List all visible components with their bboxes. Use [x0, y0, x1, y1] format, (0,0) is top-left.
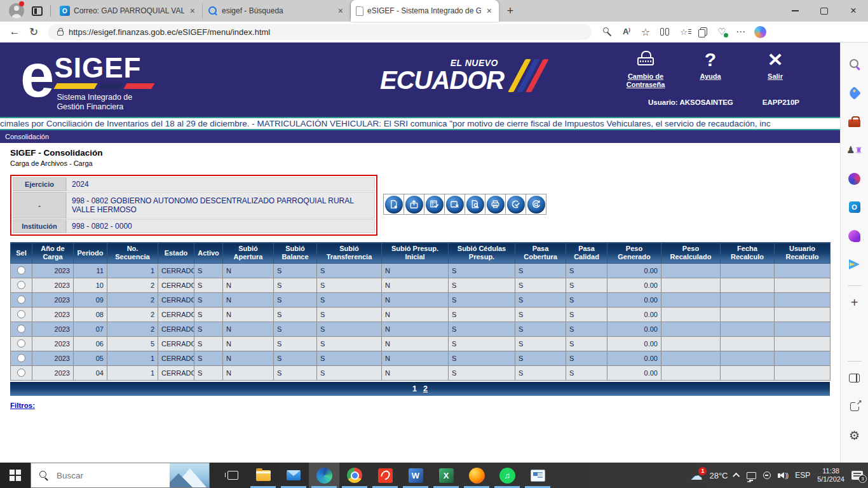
back-icon[interactable]: ←	[5, 23, 24, 41]
toolbar-print-button[interactable]	[485, 194, 506, 215]
data-cell: S	[194, 278, 223, 293]
minimize-button[interactable]	[780, 0, 810, 22]
search-input[interactable]	[55, 470, 144, 481]
pdf-reader-taskbar-button[interactable]	[370, 463, 400, 488]
browser-tab[interactable]: Correo: GAD PARROQUIAL VALLE×	[55, 3, 203, 18]
split-screen-icon[interactable]	[655, 23, 674, 41]
tab-close-icon[interactable]: ×	[336, 6, 345, 16]
data-cell: 05	[74, 351, 107, 366]
mail-taskbar-button[interactable]	[278, 463, 309, 488]
column-header: Estado	[158, 243, 194, 264]
refresh-icon[interactable]: ↻	[24, 23, 43, 41]
change-password-button[interactable]: Cambio de Contraseña	[621, 50, 670, 89]
data-cell: S	[274, 337, 317, 351]
data-cell: 0.00	[607, 293, 661, 308]
sidebar-outlook-icon[interactable]	[847, 200, 862, 215]
row-select-radio[interactable]	[17, 354, 25, 362]
clock[interactable]: 11:38 5/1/2024	[817, 467, 844, 484]
tray-expand-icon[interactable]	[733, 473, 740, 480]
toolbar-upload-file-button[interactable]	[403, 194, 424, 215]
favorites-star-icon[interactable]: ☆	[636, 23, 655, 41]
sidebar-shopping-icon[interactable]	[847, 85, 862, 100]
browser-tab[interactable]: esigef - Búsqueda×	[203, 3, 351, 18]
address-bar[interactable]: https://esigef.finanzas.gob.ec/eSIGEF/me…	[48, 24, 592, 40]
data-cell: 0.00	[607, 366, 661, 381]
tab-close-icon[interactable]: ×	[485, 6, 494, 16]
chrome-icon	[347, 468, 362, 483]
sidebar-search-icon[interactable]	[847, 57, 862, 72]
sidebar-add-icon[interactable]	[847, 295, 862, 310]
language-indicator[interactable]: ESP	[795, 471, 810, 480]
taskbar-search[interactable]	[31, 463, 210, 488]
word-taskbar-button[interactable]	[400, 463, 431, 488]
file-explorer-icon	[256, 470, 271, 481]
favorites-bar-icon[interactable]: ☆	[674, 23, 693, 41]
toolbar-new-document-button[interactable]	[383, 194, 404, 215]
sidebar-settings-icon[interactable]	[847, 428, 862, 443]
row-select-radio[interactable]	[17, 369, 25, 377]
page-number-current[interactable]: 1	[412, 384, 417, 393]
password-key-icon[interactable]	[598, 23, 617, 41]
new-tab-button[interactable]: +	[501, 2, 519, 20]
data-cell: S	[274, 293, 317, 308]
read-aloud-icon[interactable]: A)	[617, 23, 636, 41]
spotify-taskbar-button[interactable]	[492, 463, 522, 488]
data-cell: N	[382, 351, 449, 366]
data-cell: S	[194, 337, 223, 351]
sync-icon[interactable]	[763, 471, 771, 479]
sidebar-games-icon[interactable]	[847, 142, 862, 158]
excel-taskbar-button[interactable]	[431, 463, 461, 488]
volume-icon[interactable]: ))	[778, 472, 788, 479]
chrome-taskbar-button[interactable]	[339, 463, 370, 488]
firefox-taskbar-button[interactable]	[461, 463, 492, 488]
row-select-radio[interactable]	[17, 266, 25, 274]
row-select-radio[interactable]	[17, 310, 25, 318]
upload-file-icon	[405, 196, 423, 214]
toolbar-recalculate-button[interactable]	[526, 194, 546, 215]
toolbar-preview-button[interactable]	[465, 194, 485, 215]
microsoft-365-glyph	[848, 173, 860, 185]
sidebar-panel-icon[interactable]	[847, 370, 862, 386]
restore-button[interactable]	[810, 0, 839, 22]
notification-center-icon[interactable]: 3	[851, 471, 863, 480]
workspaces-icon[interactable]	[32, 6, 43, 16]
row-select-radio[interactable]	[17, 281, 25, 289]
toolbar-delete-file-button[interactable]	[444, 194, 465, 215]
data-cell: 09	[74, 293, 107, 308]
recalculate-icon	[527, 196, 545, 214]
data-cell: S	[317, 337, 382, 351]
sidebar-designer-icon[interactable]	[847, 228, 862, 243]
menu-item-consolidacion[interactable]: Consolidación	[5, 133, 49, 140]
exit-button[interactable]: ✕ Salir	[751, 50, 799, 89]
browser-tab[interactable]: eSIGEF - Sistema Integrado de G×	[351, 0, 499, 22]
sidebar-toolbox-icon[interactable]	[847, 114, 862, 129]
data-cell	[661, 337, 721, 351]
start-button[interactable]	[0, 463, 31, 488]
page-number-link[interactable]: 2	[423, 384, 428, 393]
url-text[interactable]: https://esigef.finanzas.gob.ec/eSIGEF/me…	[69, 27, 270, 37]
row-select-radio[interactable]	[17, 325, 25, 333]
settings-more-icon[interactable]: ⋯	[731, 23, 750, 41]
tab-close-icon[interactable]: ×	[188, 6, 197, 16]
collections-icon[interactable]	[693, 23, 712, 41]
file-explorer-taskbar-button[interactable]	[248, 463, 278, 488]
row-select-radio[interactable]	[17, 339, 25, 348]
sidebar-open-link-icon[interactable]	[847, 399, 862, 414]
temperature-label[interactable]: 28°C	[709, 471, 728, 480]
close-button[interactable]: ×	[839, 0, 868, 22]
weather-cloud-icon[interactable]: ☁1	[690, 470, 702, 482]
toolbar-validate-button[interactable]	[424, 194, 445, 215]
row-select-radio[interactable]	[17, 295, 25, 304]
task-view-button[interactable]	[217, 463, 248, 488]
browser-essentials-icon[interactable]: ♡	[712, 23, 731, 41]
copilot-icon[interactable]	[750, 23, 770, 41]
data-cell	[721, 366, 775, 381]
filters-link[interactable]: Filtros:	[10, 402, 35, 409]
toolbar-approve-button[interactable]	[505, 194, 526, 215]
help-button[interactable]: ? Ayuda	[686, 50, 735, 89]
sidebar-drop-icon[interactable]	[847, 257, 862, 272]
network-icon[interactable]	[747, 472, 756, 479]
edge-taskbar-button[interactable]	[309, 463, 339, 488]
report-taskbar-button[interactable]	[522, 463, 553, 488]
sidebar-microsoft-365-icon[interactable]	[847, 171, 862, 186]
